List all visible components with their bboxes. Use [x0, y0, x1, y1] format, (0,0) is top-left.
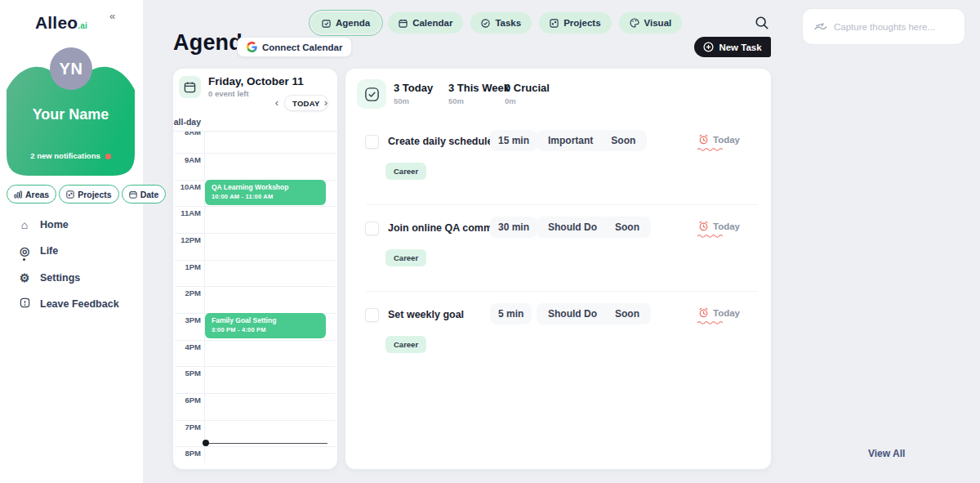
- new-task-button[interactable]: New Task: [694, 37, 771, 57]
- task-tag-career[interactable]: Career: [385, 163, 426, 180]
- current-time-dot[interactable]: [203, 440, 209, 446]
- divider: [366, 204, 758, 205]
- stat-this-week: 3 This Week 50m: [448, 82, 510, 105]
- notifications-link[interactable]: 2 new notifications: [7, 151, 135, 160]
- logo-suffix: .ai: [78, 21, 87, 30]
- connect-calendar-button[interactable]: Connect Calendar: [237, 37, 352, 57]
- hour-label: 2PM: [173, 288, 201, 297]
- tab-label: Calendar: [412, 18, 452, 28]
- sidebar-item-home[interactable]: ⌂ Home: [18, 216, 119, 233]
- tasks-panel: 3 Today 50m 3 This Week 50m 0 Crucial 0m…: [345, 69, 771, 469]
- search-icon[interactable]: [755, 16, 771, 32]
- task-tag-career[interactable]: Career: [385, 336, 426, 353]
- notification-dot-icon: [105, 154, 111, 159]
- agenda-icon: [322, 19, 331, 28]
- task-priority-pill[interactable]: Important Soon: [537, 130, 647, 151]
- task-duration-pill[interactable]: 5 min: [490, 303, 532, 324]
- alarm-clock-icon: [698, 307, 709, 318]
- home-icon: ⌂: [18, 218, 31, 231]
- notifications-label: 2 new notifications: [30, 151, 100, 160]
- alarm-clock-icon: [698, 134, 709, 145]
- profile-card[interactable]: YN Your Name 2 new notifications: [7, 47, 135, 176]
- tab-projects[interactable]: Projects: [539, 12, 611, 34]
- stat-today: 3 Today 50m: [394, 82, 433, 105]
- collapse-sidebar-icon[interactable]: «: [109, 10, 115, 22]
- prev-day-chevron-icon[interactable]: ‹: [271, 96, 283, 110]
- task-due[interactable]: Today: [698, 307, 740, 318]
- task-due-label: Today: [713, 135, 740, 145]
- quick-capture-field[interactable]: [802, 8, 965, 45]
- task-tag-career[interactable]: Career: [385, 249, 426, 266]
- day-time-grid[interactable]: 8AM all-day 9AM 10AM 11AM 12PM 1PM 2PM 3…: [173, 114, 337, 463]
- new-task-label: New Task: [719, 42, 761, 52]
- chip-date-label: Date: [140, 190, 159, 199]
- hour-label: 1PM: [173, 262, 201, 271]
- task-row: Set weekly goal 5 min Should Do Soon Tod…: [345, 303, 771, 390]
- hour-line: [175, 206, 336, 207]
- sidebar-filter-chips: Areas Projects Date: [7, 185, 137, 203]
- task-timing: Soon: [615, 221, 639, 233]
- tasks-tile-check-icon: [357, 79, 386, 109]
- calendar-icon: [399, 19, 408, 28]
- visual-palette-icon: [630, 18, 639, 28]
- sidebar-item-settings[interactable]: ⚙ Settings: [18, 269, 119, 286]
- task-checkbox[interactable]: [365, 135, 379, 149]
- stat-duration: 0m: [505, 96, 550, 105]
- capture-input[interactable]: [834, 22, 948, 32]
- task-duration-pill[interactable]: 15 min: [490, 130, 537, 151]
- hour-label: 4PM: [173, 342, 201, 351]
- tab-label: Projects: [564, 18, 600, 28]
- task-title[interactable]: Set weekly goal: [388, 309, 464, 320]
- event-time: 10:00 AM - 11:00 AM: [212, 193, 319, 200]
- hour-line: [175, 340, 336, 341]
- task-duration-pill[interactable]: 30 min: [490, 217, 537, 238]
- tab-visual[interactable]: Visual: [619, 12, 683, 34]
- avatar[interactable]: YN: [50, 47, 92, 90]
- calendar-event[interactable]: Family Goal Setting 3:00 PM - 4:00 PM: [205, 313, 326, 338]
- calendar-event[interactable]: QA Learning Workshop 10:00 AM - 11:00 AM: [205, 180, 326, 205]
- hour-label: 10AM: [173, 182, 201, 191]
- sidebar-item-leave-feedback[interactable]: Leave Feedback: [18, 296, 119, 313]
- task-priority-pill[interactable]: Should Do Soon: [537, 303, 651, 324]
- app-logo: Alleo.ai: [0, 13, 122, 33]
- stat-duration: 50m: [448, 96, 510, 105]
- task-due[interactable]: Today: [698, 221, 740, 231]
- hour-line: [175, 366, 336, 367]
- task-checkbox[interactable]: [365, 221, 379, 235]
- tab-calendar[interactable]: Calendar: [388, 12, 463, 34]
- app-root: Alleo.ai « YN Your Name 2 new notificati…: [0, 0, 980, 483]
- task-timing: Soon: [611, 135, 635, 146]
- event-title: QA Learning Workshop: [212, 183, 319, 191]
- task-due[interactable]: Today: [698, 134, 740, 145]
- sidebar-item-label: Life: [40, 245, 58, 257]
- chip-areas[interactable]: Areas: [7, 185, 56, 203]
- date-icon: [129, 190, 137, 199]
- next-day-chevron-icon[interactable]: ›: [320, 96, 332, 110]
- task-checkbox[interactable]: [365, 308, 379, 322]
- chip-date[interactable]: Date: [122, 185, 167, 203]
- due-underline-squiggle: [697, 320, 726, 324]
- sidebar-item-life[interactable]: ◎ Life: [18, 243, 119, 260]
- feedback-icon: [18, 297, 31, 311]
- user-name: Your Name: [7, 106, 135, 123]
- tab-tasks[interactable]: Tasks: [470, 12, 532, 34]
- task-title[interactable]: Create daily schedule: [388, 136, 493, 147]
- current-time-line: [205, 443, 327, 444]
- all-day-label: all-day: [173, 117, 201, 127]
- hour-line: [175, 233, 336, 234]
- view-all-link[interactable]: View All: [868, 448, 905, 459]
- stat-value: 3 Today: [394, 82, 433, 94]
- hour-label: 11AM: [173, 208, 201, 217]
- calendar-date-title: Friday, October 11: [208, 75, 304, 87]
- chip-areas-label: Areas: [25, 190, 49, 199]
- hour-line: [175, 420, 336, 421]
- sidebar-item-label: Settings: [40, 272, 80, 284]
- chip-projects[interactable]: Projects: [59, 185, 118, 203]
- tab-label: Tasks: [495, 18, 521, 28]
- divider: [204, 114, 205, 463]
- hour-label: 8PM: [173, 449, 201, 458]
- task-priority-pill[interactable]: Should Do Soon: [537, 217, 651, 238]
- task-timing: Soon: [615, 308, 639, 320]
- tab-agenda[interactable]: Agenda: [311, 12, 381, 34]
- hour-label: 3PM: [173, 315, 201, 324]
